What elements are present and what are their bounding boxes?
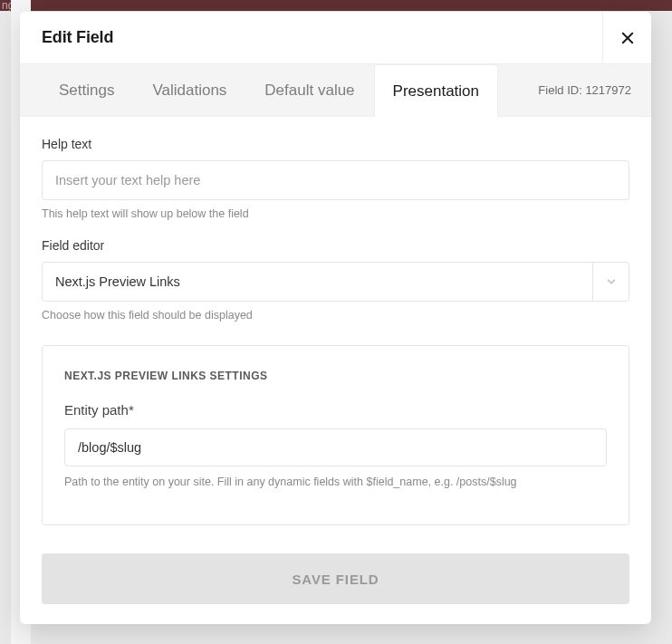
background-header: ngs xyxy=(0,0,672,11)
plugin-settings-panel: NEXT.JS PREVIEW LINKS SETTINGS Entity pa… xyxy=(42,345,629,525)
tab-settings[interactable]: Settings xyxy=(40,64,133,116)
field-editor-label: Field editor xyxy=(42,238,629,253)
entity-path-label: Entity path* xyxy=(64,402,607,418)
field-id: Field ID: 1217972 xyxy=(518,64,651,116)
plugin-settings-title: NEXT.JS PREVIEW LINKS SETTINGS xyxy=(64,370,607,382)
help-text-label: Help text xyxy=(42,137,629,151)
tab-default-value[interactable]: Default value xyxy=(245,64,373,116)
field-editor-hint: Choose how this field should be displaye… xyxy=(42,309,629,322)
modal-body: Help text This help text will show up be… xyxy=(20,117,651,624)
save-field-button[interactable]: SAVE FIELD xyxy=(42,553,629,604)
field-editor-value: Next.js Preview Links xyxy=(55,274,180,289)
entity-path-input[interactable] xyxy=(64,428,607,466)
modal-header: Edit Field xyxy=(20,12,651,64)
close-icon xyxy=(619,30,636,46)
chevron-down-icon xyxy=(592,263,629,301)
close-button[interactable] xyxy=(602,12,651,64)
edit-field-modal: Edit Field Settings Validations Default … xyxy=(20,12,651,624)
field-editor-select[interactable]: Next.js Preview Links xyxy=(42,262,629,302)
field-editor-group: Field editor Next.js Preview Links Choos… xyxy=(42,238,629,322)
field-id-label: Field ID: xyxy=(538,83,581,97)
entity-path-hint: Path to the entity on your site. Fill in… xyxy=(64,476,607,488)
field-id-value: 1217972 xyxy=(585,83,631,97)
tab-presentation[interactable]: Presentation xyxy=(374,64,498,117)
tab-validations[interactable]: Validations xyxy=(133,64,245,116)
help-text-input[interactable] xyxy=(42,160,629,200)
tabs-row: Settings Validations Default value Prese… xyxy=(20,64,651,117)
help-text-group: Help text This help text will show up be… xyxy=(42,137,629,220)
help-text-hint: This help text will show up below the fi… xyxy=(42,207,629,220)
modal-title: Edit Field xyxy=(42,28,113,47)
